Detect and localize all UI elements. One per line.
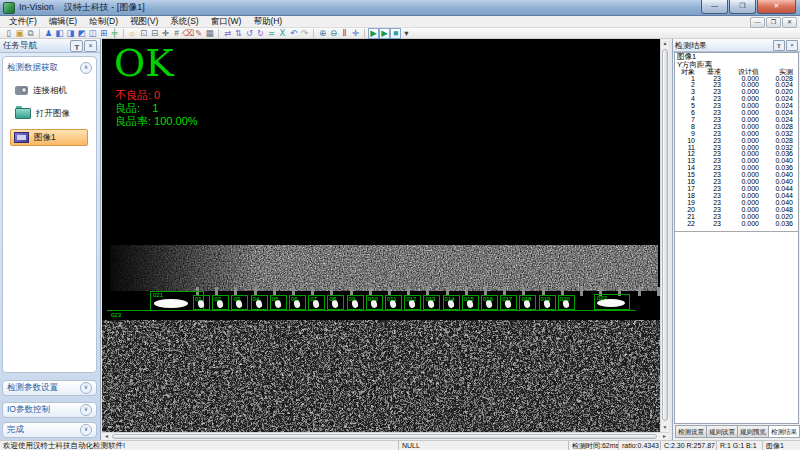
lead-box: 01 xyxy=(193,295,210,310)
results-list[interactable]: 图像1 Y方向距离 对象 基准 设计值 实测 1230.0000.0282230… xyxy=(674,52,799,424)
mdi-close-button[interactable]: ✕ xyxy=(782,17,797,28)
display-icon[interactable]: ⊟ xyxy=(149,28,160,39)
image-canvas[interactable]: OK 不良品: 0 良品: 1 良品率: 100.00% 021 0102030… xyxy=(102,39,660,432)
toolbar-separator xyxy=(364,29,365,38)
stop-icon[interactable]: ■ xyxy=(390,28,401,39)
chevron-up-icon[interactable]: ∧ xyxy=(80,62,92,74)
lead-label: 02 xyxy=(214,296,221,302)
sidebar-item-connect-camera[interactable]: 连接相机 xyxy=(15,83,92,98)
status-field: NULL xyxy=(398,441,568,450)
scroll-right-icon[interactable]: ► xyxy=(660,433,669,440)
light-icon[interactable]: ☼ xyxy=(127,28,138,39)
chevron-down-icon[interactable]: ∨ xyxy=(80,424,92,436)
lead-label: 018 xyxy=(521,296,531,302)
overlay-box-022: 022 xyxy=(594,294,630,310)
scroll-left-icon[interactable]: ◄ xyxy=(102,433,111,440)
horizontal-scrollbar[interactable]: ◄ ► xyxy=(102,432,669,440)
tab-检测结果[interactable]: 检测结果 xyxy=(769,425,800,438)
toolbar-separator xyxy=(218,29,219,38)
lead-box: 017 xyxy=(500,295,517,310)
roi-rect-icon[interactable]: ◧ xyxy=(54,28,65,39)
cross-cut-icon[interactable]: Ⅹ xyxy=(277,28,288,39)
camera-user-icon[interactable]: ♟ xyxy=(43,28,54,39)
redo-icon[interactable]: ↷ xyxy=(299,28,310,39)
lead-label: 01 xyxy=(195,296,202,302)
window-title: In-Vision 汉特士科技 - [图像1] xyxy=(19,1,145,14)
sidebar-section-2[interactable]: IO参数控制∨ xyxy=(2,402,97,418)
tab-检测设置[interactable]: 检测设置 xyxy=(675,425,707,438)
crosshair-icon[interactable]: ✛ xyxy=(160,28,171,39)
zoom-100-icon[interactable]: ⊡ xyxy=(138,28,149,39)
minimize-button[interactable]: — xyxy=(701,0,728,14)
vertical-scrollbar[interactable]: ▲ ▼ xyxy=(660,39,669,432)
eraser-icon[interactable]: ⌫ xyxy=(182,28,193,39)
results-panel-header: 检测结果 ┰ × xyxy=(673,39,800,52)
lead-label: 017 xyxy=(502,296,512,302)
pin-icon[interactable]: ┰ xyxy=(70,40,83,52)
picture-icon[interactable]: ▦ xyxy=(204,28,215,39)
welcome-text: 欢迎使用汉特士科技自动化检测软件! xyxy=(3,441,125,450)
zoom-in-icon[interactable]: ⊕ xyxy=(317,28,328,39)
lead-box: 019 xyxy=(539,295,556,310)
mdi-restore-button[interactable]: ❐ xyxy=(766,17,781,28)
sidebar-item-image1[interactable]: 图像1 xyxy=(10,129,88,146)
lead-label: 013 xyxy=(425,296,435,302)
caliper-icon[interactable]: ╪ xyxy=(109,28,120,39)
menu-item[interactable]: 编辑(E) xyxy=(43,16,83,28)
pause-icon[interactable]: Ⅱ xyxy=(339,28,350,39)
roi-rect2-icon[interactable]: ◨ xyxy=(65,28,76,39)
roi-rect3-icon[interactable]: ◩ xyxy=(76,28,87,39)
baseline-023-line xyxy=(107,310,636,311)
maximize-button[interactable]: ❐ xyxy=(729,0,756,14)
run-continuous-icon[interactable]: ▶ xyxy=(379,28,390,39)
roi-rect4-icon[interactable]: ◫ xyxy=(87,28,98,39)
scroll-down-icon[interactable]: ▼ xyxy=(661,423,669,432)
status-field: R:1 G:1 B:1 xyxy=(716,441,762,450)
pen-icon[interactable]: ✎ xyxy=(193,28,204,39)
background-texture xyxy=(102,320,660,432)
run-icon[interactable]: ▶ xyxy=(368,28,379,39)
move-icon[interactable]: ✛ xyxy=(350,28,361,39)
menu-item[interactable]: 窗口(W) xyxy=(205,16,248,28)
rotate-left-icon[interactable]: ↺ xyxy=(244,28,255,39)
new-file-icon[interactable]: ▯ xyxy=(3,28,14,39)
mdi-window-controls: — ❐ ✕ xyxy=(749,17,797,28)
flip-vertical-icon[interactable]: ⇅ xyxy=(233,28,244,39)
section-header-data-acquisition[interactable]: 检测数据获取 ∧ xyxy=(3,57,96,75)
results-panel-title: 检测结果 xyxy=(675,40,707,51)
fit-width-icon[interactable]: ≍ xyxy=(266,28,277,39)
results-rows: 1230.0000.0282230.0000.0243230.0000.0204… xyxy=(675,76,798,228)
tab-规则预览[interactable]: 规则预览 xyxy=(738,425,769,438)
open-file-icon[interactable]: ▣ xyxy=(14,28,25,39)
grid-icon[interactable]: # xyxy=(171,28,182,39)
chevron-down-icon[interactable]: ∨ xyxy=(80,404,92,416)
results-panel: 检测结果 ┰ × 图像1 Y方向距离 对象 基准 设计值 实测 1230.000… xyxy=(672,39,800,440)
horizontal-scroll-thumb[interactable] xyxy=(112,434,657,439)
rotate-right-icon[interactable]: ↻ xyxy=(255,28,266,39)
import-icon[interactable]: ⧉ xyxy=(25,28,36,39)
menu-item[interactable]: 文件(F) xyxy=(3,16,43,28)
roi-grid-icon[interactable]: ⊞ xyxy=(98,28,109,39)
scroll-up-icon[interactable]: ▲ xyxy=(661,39,669,48)
menu-item[interactable]: 帮助(H) xyxy=(247,16,288,28)
close-icon[interactable]: × xyxy=(786,40,798,51)
toolbar-separator xyxy=(313,29,314,38)
flip-horizontal-icon[interactable]: ⇄ xyxy=(222,28,233,39)
undo-icon[interactable]: ↶ xyxy=(288,28,299,39)
pin-icon[interactable]: ┰ xyxy=(773,40,785,51)
vertical-scroll-thumb[interactable] xyxy=(662,49,668,421)
zoom-out-icon[interactable]: ⊖ xyxy=(328,28,339,39)
toolbar-more-icon[interactable]: ▾ xyxy=(401,28,412,39)
tab-规则设置[interactable]: 规则设置 xyxy=(707,425,738,438)
sidebar-item-open-image[interactable]: 打开图像 xyxy=(15,106,92,121)
chevron-down-icon[interactable]: ∨ xyxy=(80,382,92,394)
menu-item[interactable]: 视图(V) xyxy=(124,16,164,28)
sidebar-section-3[interactable]: 完成∨ xyxy=(2,422,97,438)
mdi-minimize-button[interactable]: — xyxy=(750,17,765,28)
status-field: ratio:0.4343 xyxy=(618,441,660,450)
close-button[interactable]: ✕ xyxy=(757,0,796,14)
menu-item[interactable]: 绘制(D) xyxy=(83,16,124,28)
close-icon[interactable]: × xyxy=(84,40,97,52)
sidebar-section-1[interactable]: 检测参数设置∨ xyxy=(2,380,97,396)
menu-item[interactable]: 系统(S) xyxy=(164,16,204,28)
